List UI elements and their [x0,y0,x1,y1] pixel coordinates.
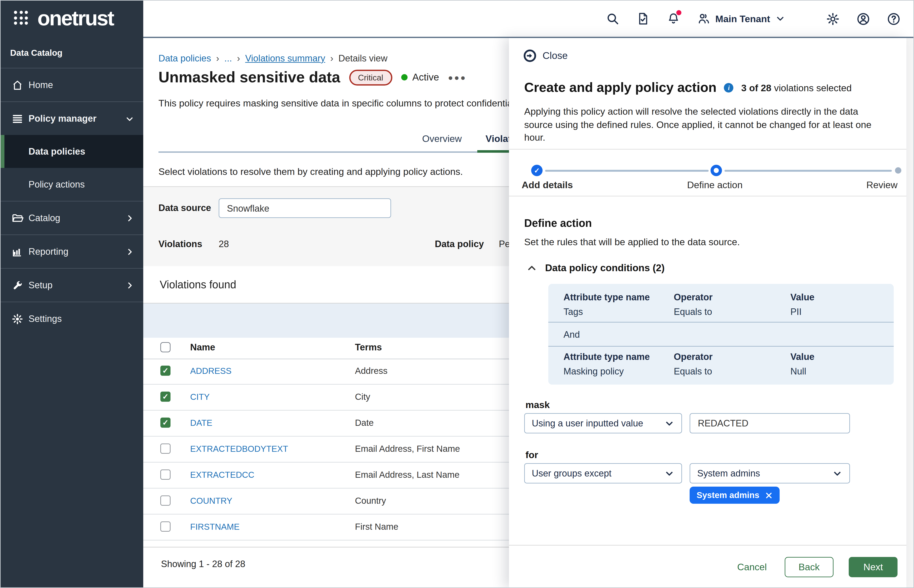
cond-col-operator: Operator [674,292,790,302]
step-current-icon[interactable] [710,165,722,176]
tenant-switcher[interactable]: Main Tenant [697,12,785,25]
step-label-review: Review [866,179,898,190]
app-window: Data policies › ... › Violations summary… [0,0,914,588]
cond-row-attr: Masking policy [563,366,674,376]
violation-terms: First Name [355,522,398,531]
tenant-users-icon [697,12,710,25]
policy-description: This policy requires masking sensitive d… [159,98,515,108]
next-button[interactable]: Next [849,557,898,577]
violation-name-link[interactable]: FIRSTNAME [190,522,239,531]
conditions-title: Data policy conditions (2) [545,262,665,274]
row-checkbox[interactable] [160,444,170,454]
chevron-right-icon [125,213,134,223]
mask-label: mask [526,399,550,410]
violation-name-link[interactable]: ADDRESS [190,366,231,376]
severity-badge: Critical [349,69,392,85]
sidebar: onetrust Data Catalog Home Policy manage… [0,0,143,588]
violation-name-link[interactable]: EXTRACTEDBODYTEXT [190,444,288,454]
sidebar-item-reporting[interactable]: Reporting [0,234,143,268]
mask-value-input[interactable] [690,413,850,433]
chevron-right-icon [125,281,134,290]
policy-manager-list-icon [11,113,23,124]
cond-row-operator: Equals to [674,366,790,376]
status-active: Active [401,72,439,83]
breadcrumb-data-policies[interactable]: Data policies [159,53,211,63]
sidebar-item-policy-manager[interactable]: Policy manager [0,102,143,135]
stepper-connector [545,170,709,172]
data-source-label: Data source [159,203,211,213]
mask-method-select[interactable]: Using a user inputted value [524,413,682,433]
folder-icon [11,212,23,224]
breadcrumb-violations-summary[interactable]: Violations summary [245,53,325,63]
column-header-terms: Terms [355,342,382,352]
close-panel-button[interactable]: Close [523,49,568,63]
sidebar-item-label: Policy manager [29,113,125,124]
violation-terms: City [355,392,370,402]
sidebar-item-catalog[interactable]: Catalog [0,201,143,234]
search-icon[interactable] [606,12,619,25]
chevron-up-icon [527,263,537,273]
notifications-bell-icon[interactable] [666,12,680,25]
help-icon[interactable] [887,12,900,25]
sidebar-item-setup[interactable]: Setup [0,268,143,302]
page-scrollbar[interactable] [906,0,914,588]
violation-name-link[interactable]: COUNTRY [190,496,232,506]
status-label: Active [413,72,439,83]
chevron-right-icon [125,247,134,257]
more-menu-button[interactable]: ●●● [448,73,467,82]
global-settings-gear-icon[interactable] [826,12,839,25]
account-icon[interactable] [856,12,870,25]
notification-badge [676,10,681,15]
row-checkbox[interactable] [160,392,170,402]
product-name: Data Catalog [10,48,63,58]
tab-overview[interactable]: Overview [422,133,462,144]
row-checkbox[interactable] [160,418,170,428]
stepper-connector [725,170,892,172]
select-all-checkbox[interactable] [160,342,170,352]
sidebar-item-data-policies[interactable]: Data policies [0,135,143,168]
document-check-icon[interactable] [636,12,649,25]
breadcrumb-separator: › [237,53,240,63]
cancel-button[interactable]: Cancel [734,557,769,577]
data-source-input[interactable] [219,198,391,218]
wizard-stepper: ✓ Add details Define action Review [509,149,906,196]
violation-terms: Email Address, Last Name [355,470,459,480]
sidebar-item-home[interactable]: Home [0,68,143,102]
system-admins-chip[interactable]: System admins [690,486,780,504]
sidebar-item-settings[interactable]: Settings [0,302,143,335]
row-checkbox[interactable] [160,522,170,531]
violation-name-link[interactable]: DATE [190,418,212,428]
violation-name-link[interactable]: EXTRACTEDCC [190,470,254,480]
selected-violations-info: 3 of 28 violations selected [741,82,852,93]
sidebar-item-policy-actions[interactable]: Policy actions [0,168,143,201]
chevron-down-icon [775,13,785,23]
close-arrow-icon [523,49,537,63]
step-complete-icon[interactable]: ✓ [531,165,543,176]
step-upcoming-icon[interactable] [895,167,901,174]
row-checkbox[interactable] [160,496,170,506]
sidebar-item-label: Policy actions [29,179,85,189]
remove-chip-icon[interactable] [765,491,773,499]
breadcrumb-current: Details view [338,53,388,63]
logo-text: onetrust [37,8,113,29]
violation-name-link[interactable]: CITY [190,392,210,402]
back-button[interactable]: Back [785,557,833,577]
user-group-selector-select[interactable]: User groups except [524,463,682,483]
row-checkbox[interactable] [160,366,170,376]
close-label: Close [543,50,568,61]
cond-col-operator: Operator [674,352,790,362]
violation-terms: Address [355,366,388,376]
bar-chart-icon [11,246,23,258]
row-checkbox[interactable] [160,470,170,480]
sidebar-item-label: Reporting [29,247,125,257]
breadcrumb-separator: › [330,53,333,63]
breadcrumb-ellipsis[interactable]: ... [224,53,232,63]
breadcrumb: Data policies › ... › Violations summary… [159,53,388,63]
onetrust-logo: onetrust [14,8,113,29]
panel-footer: Cancel Back Next [509,545,906,588]
tenant-label: Main Tenant [715,13,770,24]
cond-row-value: PII [790,307,878,317]
user-group-value-select[interactable]: System admins [690,463,850,483]
violations-count-value: 28 [219,239,229,249]
conditions-collapse-toggle[interactable]: Data policy conditions (2) [527,262,665,274]
